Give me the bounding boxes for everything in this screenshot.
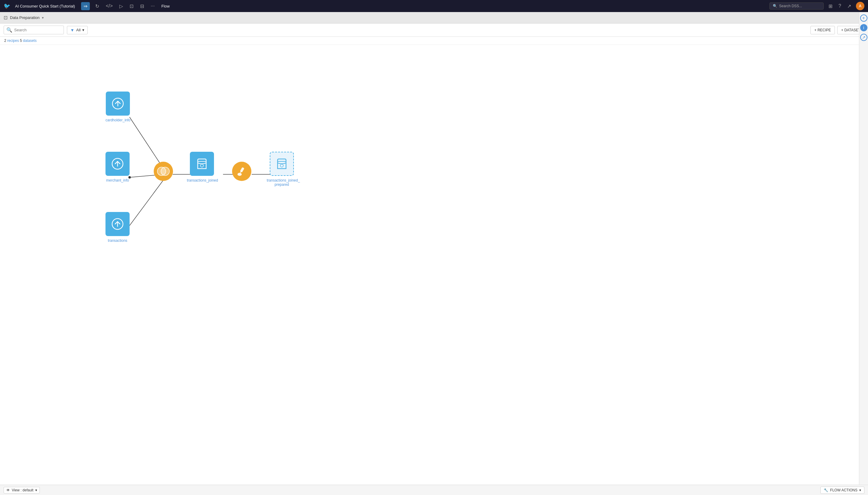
user-avatar[interactable]: A — [856, 2, 864, 10]
toolbar: 🔍 ▼ All ▾ + RECIPE + DATASET — [0, 23, 868, 37]
filter-dropdown-icon: ▾ — [82, 28, 84, 32]
node-box-prepared — [270, 152, 294, 176]
analytics-icon[interactable]: ↗ — [846, 2, 852, 10]
grid-icon[interactable]: ⊞ — [827, 2, 834, 10]
project-title: AI Consumer Quick Start (Tutorial) — [15, 4, 75, 8]
svg-point-15 — [161, 167, 169, 175]
node-box-join — [154, 162, 173, 181]
nav-flow-icon[interactable]: ⇒ — [81, 2, 90, 10]
svg-point-20 — [280, 164, 283, 167]
search-box[interactable]: 🔍 — [4, 25, 64, 34]
svg-point-18 — [238, 173, 242, 176]
top-nav-right: 🔍 Search DSS... ⊞ ? ↗ A — [769, 2, 864, 10]
node-box-joined — [190, 152, 214, 176]
node-box-cardholder — [106, 91, 130, 116]
nav-more-icon[interactable]: ··· — [149, 2, 156, 10]
stats-count: 2 recipes 5 datasets — [4, 38, 36, 43]
search-icon: 🔍 — [773, 4, 777, 8]
filter-button[interactable]: ▼ All ▾ — [67, 26, 88, 34]
node-label-joined: transactions_joined — [187, 178, 217, 183]
svg-rect-17 — [240, 167, 244, 172]
stats-bar: 2 recipes 5 datasets — [0, 37, 868, 45]
right-sidebar: + i ↗ — [859, 12, 868, 484]
svg-line-2 — [130, 179, 164, 225]
add-recipe-button[interactable]: + RECIPE — [810, 26, 835, 34]
global-search[interactable]: 🔍 Search DSS... — [769, 2, 824, 10]
sidebar-share-icon[interactable]: ↗ — [860, 34, 867, 41]
sidebar-add-icon[interactable]: + — [860, 15, 867, 22]
node-label-transactions: transactions — [108, 238, 128, 243]
nav-dashboard-icon[interactable]: ⊟ — [139, 2, 145, 10]
node-transactions[interactable]: transactions — [105, 212, 130, 243]
flow-canvas-container[interactable]: cardholder_info merchant_info transactio… — [0, 45, 868, 484]
subheader-icon: ⊡ — [4, 15, 7, 20]
svg-point-16 — [200, 164, 203, 167]
search-box-icon: 🔍 — [6, 27, 12, 33]
node-label-merchant: merchant_info — [106, 178, 129, 183]
top-nav: 🐦 AI Consumer Quick Start (Tutorial) ⇒ ↻… — [0, 0, 868, 12]
subheader-dropdown-arrow[interactable]: ▾ — [42, 16, 44, 20]
node-box-transactions — [105, 212, 130, 236]
node-box-merchant — [105, 152, 130, 176]
nav-run-icon[interactable]: ▷ — [118, 2, 124, 10]
node-join-recipe[interactable] — [154, 162, 173, 181]
flow-label: Flow — [161, 4, 169, 8]
node-label-cardholder: cardholder_info — [105, 118, 131, 122]
node-merchant-info[interactable]: merchant_info — [105, 152, 130, 183]
node-box-prepare — [232, 162, 251, 181]
node-transactions-prepared[interactable]: transactions_joined_ prepared — [267, 152, 297, 187]
nav-refresh-icon[interactable]: ↻ — [94, 2, 100, 10]
subheader: ⊡ Data Preparation ▾ ✕ — [0, 12, 868, 23]
filter-label: All — [76, 28, 80, 32]
nav-icons: ⇒ ↻ </> ▷ ⊡ ⊟ ··· Flow — [81, 2, 170, 10]
nav-code-icon[interactable]: </> — [104, 2, 114, 10]
node-cardholder-info[interactable]: cardholder_info — [105, 91, 131, 122]
node-transactions-joined[interactable]: transactions_joined — [187, 152, 217, 183]
sidebar-info-icon[interactable]: i — [860, 24, 867, 31]
help-icon[interactable]: ? — [837, 2, 842, 10]
search-placeholder: Search DSS... — [779, 4, 802, 8]
app-logo: 🐦 — [4, 3, 10, 9]
toolbar-right: + RECIPE + DATASET — [810, 26, 864, 34]
subheader-title: Data Preparation — [10, 15, 39, 20]
node-prepare-recipe[interactable] — [232, 162, 251, 181]
nav-deploy-icon[interactable]: ⊡ — [128, 2, 135, 10]
node-label-prepared: transactions_joined_ prepared — [267, 178, 297, 187]
search-input[interactable] — [14, 28, 61, 32]
filter-icon: ▼ — [70, 28, 75, 33]
